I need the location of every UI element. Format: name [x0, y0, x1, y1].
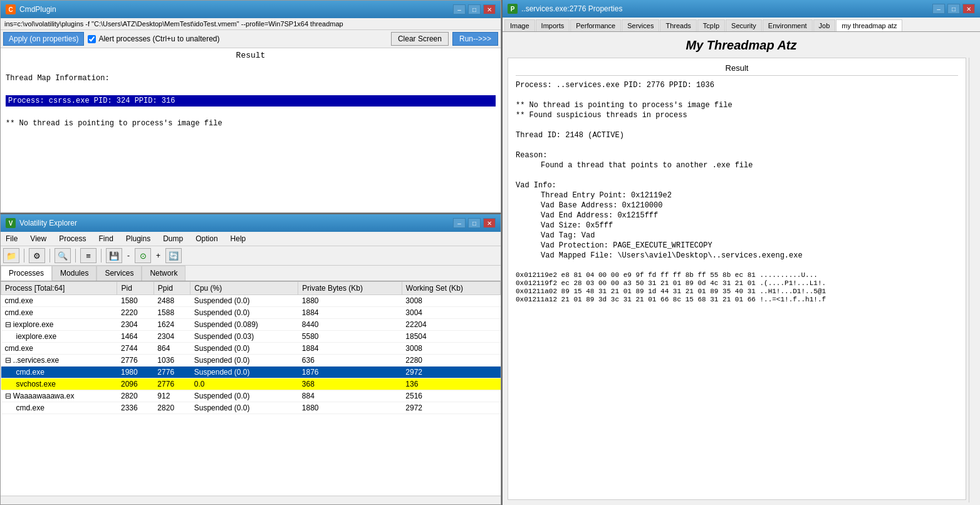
result-thread-line: Thread ID: 2148 (ACTIVE) [516, 131, 958, 140]
result-process-line: Process: ..services.exe PID: 2776 PPID: … [516, 81, 958, 90]
vol-app-icon: V [6, 218, 16, 228]
col-cpu: Cpu (%) [190, 282, 298, 295]
cmd-close-button[interactable]: ✕ [483, 4, 496, 14]
left-panel: C CmdPlugin – □ ✕ ins=c:\vol\volatility\… [0, 0, 501, 505]
hex-line: 0x01211a02 89 15 48 31 21 01 89 1d 44 31… [516, 288, 958, 295]
cmd-window-controls: – □ ✕ [453, 4, 496, 14]
menu-dump[interactable]: Dump [160, 233, 185, 244]
tab-threads[interactable]: Threads [660, 19, 696, 31]
table-row[interactable]: cmd.exe19802776Suspended (0.0)18762972 [1, 367, 501, 378]
alert-checkbox[interactable] [88, 35, 96, 43]
col-pid: Pid [117, 282, 154, 295]
toolbar-list-button[interactable]: ≡ [80, 248, 96, 263]
horizontal-scrollbar[interactable] [1, 496, 501, 504]
content-title: My Threadmap Atz [503, 32, 980, 58]
output-line-4 [6, 110, 496, 119]
vol-menubar: File View Process Find Plugins Dump Opti… [1, 232, 501, 246]
toolbar-circle-button[interactable]: ⊙ [135, 248, 151, 263]
col-process: Process [Total:64] [1, 282, 117, 295]
run-button[interactable]: Run-->>> [452, 32, 498, 46]
vad-detail-line: Thread Entry Point: 0x12119e2 [541, 191, 958, 200]
tab-my-threadmap-atz[interactable]: my threadmap atz [836, 19, 902, 31]
cmd-command-line: ins=c:\vol\volatility\plugins -f "C:\Use… [1, 18, 501, 30]
toolbar-export-button[interactable]: 💾 [106, 248, 122, 263]
hex-line: 0x012119e2 e8 81 04 00 00 e9 9f fd ff ff… [516, 271, 958, 279]
cmd-output-area: Result Thread Map Information: Process: … [1, 48, 501, 212]
toolbar-sep-2 [50, 249, 50, 263]
result-warning-2: ** Found suspicious threads in process [516, 111, 958, 120]
table-row[interactable]: ⊟ iexplore.exe23041624Suspended (0.089)8… [1, 319, 501, 331]
volatility-explorer-window: V Volatility Explorer – □ ✕ File View Pr… [0, 213, 501, 505]
cmd-plugin-window: C CmdPlugin – □ ✕ ins=c:\vol\volatility\… [0, 0, 501, 213]
apply-button[interactable]: Apply (on properties) [3, 32, 84, 46]
alert-checkbox-area: Alert processes (Ctrl+u to unaltered) [88, 34, 219, 43]
vol-titlebar-left: V Volatility Explorer [6, 218, 77, 228]
tab-services[interactable]: Services [622, 19, 659, 31]
cmd-app-icon: C [6, 4, 16, 14]
menu-file[interactable]: File [3, 233, 20, 244]
cmd-maximize-button[interactable]: □ [468, 4, 481, 14]
vol-maximize-button[interactable]: □ [468, 218, 481, 228]
table-row[interactable]: cmd.exe2744864Suspended (0.0)18843008 [1, 343, 501, 355]
table-row[interactable]: cmd.exe23362820Suspended (0.0)18802972 [1, 402, 501, 414]
output-header: Result [6, 51, 496, 60]
table-row[interactable]: iexplore.exe14642304Suspended (0.03)5580… [1, 331, 501, 343]
cmd-toolbar: Apply (on properties) Alert processes (C… [1, 30, 501, 48]
tab-services[interactable]: Services [96, 266, 142, 281]
toolbar-plus: + [156, 251, 160, 260]
table-row[interactable]: svchost.exe209627760.0368136 [1, 378, 501, 390]
vad-detail-line: Vad Size: 0x5fff [541, 221, 958, 230]
vol-toolbar: 📁 ⚙ 🔍 ≡ 💾 - ⊙ + 🔄 [1, 246, 501, 266]
cmd-minimize-button[interactable]: – [453, 4, 466, 14]
menu-plugins[interactable]: Plugins [123, 233, 153, 244]
right-scrollbar[interactable] [969, 58, 977, 502]
tab-image[interactable]: Image [504, 19, 535, 31]
vol-minimize-button[interactable]: – [453, 218, 466, 228]
cmd-title: CmdPlugin [19, 5, 56, 14]
alert-label: Alert processes (Ctrl+u to unaltered) [98, 34, 219, 43]
menu-option[interactable]: Option [193, 233, 220, 244]
vad-detail-line: Vad Base Address: 0x1210000 [541, 201, 958, 210]
vol-close-button[interactable]: ✕ [483, 218, 496, 228]
result-reason-text: Found a thread that points to another .e… [541, 161, 958, 170]
result-blank-5 [516, 261, 958, 270]
right-maximize-button[interactable]: □ [947, 4, 960, 14]
table-row[interactable]: cmd.exe15802488Suspended (0.0)18803008 [1, 295, 501, 307]
menu-process[interactable]: Process [56, 233, 88, 244]
right-title: ..services.exe:2776 Properties [521, 4, 622, 13]
result-blank-3 [516, 141, 958, 150]
table-row[interactable]: ⊟ ..services.exe27761036Suspended (0.0)6… [1, 355, 501, 367]
tab-job[interactable]: Job [813, 19, 836, 31]
toolbar-refresh-button[interactable]: 🔄 [165, 248, 182, 263]
toolbar-open-button[interactable]: 📁 [3, 248, 19, 263]
process-table: Process [Total:64] Pid Ppid Cpu (%) Priv… [1, 281, 501, 414]
table-row[interactable]: cmd.exe22201588Suspended (0.0)18843004 [1, 307, 501, 319]
right-close-button[interactable]: ✕ [962, 4, 975, 14]
result-blank-2 [516, 121, 958, 130]
tab-environment[interactable]: Environment [763, 19, 813, 31]
hex-lines: 0x012119e2 e8 81 04 00 00 e9 9f fd ff ff… [516, 271, 958, 303]
tab-tcpip[interactable]: TcpIp [697, 19, 725, 31]
table-row[interactable]: ⊟ Waaaawaaawa.ex2820912Suspended (0.0)88… [1, 390, 501, 402]
tab-processes[interactable]: Processes [1, 266, 52, 281]
output-line-2: Thread Map Information: [6, 74, 496, 83]
toolbar-settings-button[interactable]: ⚙ [29, 248, 45, 263]
col-private-bytes: Private Bytes (Kb) [298, 282, 402, 295]
menu-find[interactable]: Find [96, 233, 116, 244]
tab-network[interactable]: Network [142, 266, 185, 281]
toolbar-sep-1 [24, 249, 24, 263]
tab-imports[interactable]: Imports [536, 19, 570, 31]
output-thread-map-info: Thread Map Information: Process: csrss.e… [6, 65, 496, 137]
clear-screen-button[interactable]: Clear Screen [391, 32, 449, 46]
tab-performance[interactable]: Performance [570, 19, 621, 31]
vad-details: Thread Entry Point: 0x12119e2Vad Base Ad… [516, 191, 958, 260]
right-titlebar: P ..services.exe:2776 Properties – □ ✕ [503, 0, 980, 18]
tab-modules[interactable]: Modules [52, 266, 96, 281]
menu-view[interactable]: View [28, 233, 49, 244]
menu-help[interactable]: Help [228, 233, 249, 244]
tab-security[interactable]: Security [726, 19, 762, 31]
result-area: Result Process: ..services.exe PID: 2776… [508, 58, 966, 500]
toolbar-search-button[interactable]: 🔍 [55, 248, 71, 263]
vad-detail-line: Vad Mapped File: \Users\aviel\Desktop\..… [541, 251, 958, 260]
right-minimize-button[interactable]: – [932, 4, 945, 14]
